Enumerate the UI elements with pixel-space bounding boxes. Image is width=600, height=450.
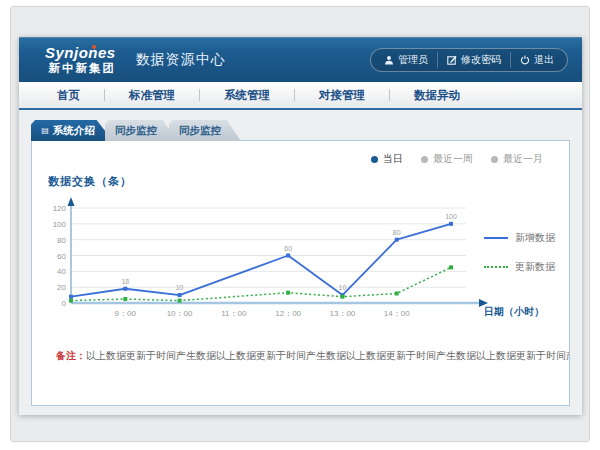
screenshot-canvas: Synjones 新中新集团 数据资源中心 管理员 — [0, 0, 600, 450]
svg-text:0: 0 — [62, 299, 67, 308]
legend-new-data-label: 新增数据 — [515, 231, 555, 245]
footnote-text: 以上数据更新于时间产生数据以上数据更新于时间产生数据以上数据更新于时间产生数据以… — [86, 350, 569, 361]
nav-item-home[interactable]: 首页 — [33, 88, 104, 103]
radio-dot — [421, 156, 428, 163]
footnote-label: 备注： — [56, 350, 86, 361]
svg-text:80: 80 — [393, 229, 401, 236]
svg-text:10: 10 — [176, 284, 184, 291]
nav-item-data-change[interactable]: 数据异动 — [390, 88, 484, 103]
chart-legend: 新增数据 更新数据 — [484, 231, 555, 274]
change-password-label: 修改密码 — [461, 53, 501, 67]
svg-text:14：00: 14：00 — [384, 309, 410, 318]
user-menu-admin[interactable]: 管理员 — [375, 52, 437, 68]
svg-text:20: 20 — [57, 283, 66, 292]
page: Synjones 新中新集团 数据资源中心 管理员 — [19, 37, 582, 415]
content-area: ▤ 系统介绍 同步监控 同步监控 当日 — [19, 110, 582, 406]
logo-accent-dot — [92, 45, 96, 49]
power-icon — [520, 55, 530, 65]
x-axis-title: 日期（小时） — [484, 305, 544, 319]
radio-dot-selected — [371, 156, 378, 163]
change-password-button[interactable]: 修改密码 — [437, 52, 510, 68]
y-axis-title: 数据交换（条） — [48, 174, 569, 189]
solid-line-swatch — [484, 237, 508, 239]
svg-text:60: 60 — [284, 245, 292, 252]
tab-bar: ▤ 系统介绍 同步监控 同步监控 — [31, 120, 570, 141]
radio-dot — [491, 156, 498, 163]
dotted-line-swatch — [484, 266, 508, 268]
tab-sync-monitor-1[interactable]: 同步监控 — [105, 120, 177, 141]
brand-logo: Synjones 新中新集团 — [45, 45, 120, 75]
footnote: 备注：以上数据更新于时间产生数据以上数据更新于时间产生数据以上数据更新于时间产生… — [56, 349, 569, 363]
tab-system-intro-label: 系统介绍 — [53, 124, 95, 138]
svg-text:9：00: 9：00 — [115, 309, 137, 318]
document-icon: ▤ — [41, 127, 49, 135]
range-selector: 当日 最近一周 最近一月 — [32, 141, 569, 166]
user-menu: 管理员 修改密码 退出 — [370, 48, 568, 72]
nav-item-system-mgmt[interactable]: 系统管理 — [200, 88, 294, 103]
radio-today[interactable]: 当日 — [371, 152, 403, 166]
line-chart: 0204060801001209：0010：0011：0012：0013：001… — [46, 193, 494, 333]
user-icon — [384, 55, 394, 65]
svg-text:40: 40 — [57, 267, 66, 276]
tab-sync-monitor-2[interactable]: 同步监控 — [169, 120, 241, 141]
svg-text:10：00: 10：00 — [167, 309, 193, 318]
brand-logo-text: Synjones — [45, 45, 120, 60]
chart-panel: 当日 最近一周 最近一月 数据交换（条） 0204060801 — [31, 140, 570, 406]
svg-text:100: 100 — [53, 220, 67, 229]
radio-last-month-label: 最近一月 — [503, 152, 543, 166]
app-header: Synjones 新中新集团 数据资源中心 管理员 — [19, 37, 582, 82]
svg-text:18: 18 — [121, 278, 129, 285]
legend-item-update-data: 更新数据 — [484, 260, 555, 274]
svg-text:13：00: 13：00 — [330, 309, 356, 318]
app-title: 数据资源中心 — [136, 51, 226, 69]
nav-item-interface-mgmt[interactable]: 对接管理 — [295, 88, 389, 103]
brand-logo-subtext: 新中新集团 — [45, 63, 120, 75]
logout-button[interactable]: 退出 — [510, 52, 563, 68]
app-window: Synjones 新中新集团 数据资源中心 管理员 — [10, 6, 590, 442]
main-nav: 首页 标准管理 系统管理 对接管理 数据异动 — [19, 82, 582, 110]
user-menu-admin-label: 管理员 — [398, 53, 428, 67]
legend-update-data-label: 更新数据 — [515, 260, 555, 274]
tab-sync-monitor-2-label: 同步监控 — [179, 124, 221, 138]
tab-sync-monitor-1-label: 同步监控 — [115, 124, 157, 138]
svg-text:100: 100 — [445, 213, 457, 220]
logout-label: 退出 — [534, 53, 554, 67]
radio-last-month[interactable]: 最近一月 — [491, 152, 543, 166]
radio-today-label: 当日 — [383, 152, 403, 166]
brand-name: Synjones — [45, 44, 116, 61]
svg-text:60: 60 — [57, 252, 66, 261]
radio-last-week-label: 最近一周 — [433, 152, 473, 166]
svg-text:80: 80 — [57, 236, 66, 245]
tab-system-intro[interactable]: ▤ 系统介绍 — [31, 120, 113, 141]
legend-item-new-data: 新增数据 — [484, 231, 555, 245]
svg-text:12：00: 12：00 — [275, 309, 301, 318]
nav-item-standard-mgmt[interactable]: 标准管理 — [105, 88, 199, 103]
svg-text:10: 10 — [339, 284, 347, 291]
radio-last-week[interactable]: 最近一周 — [421, 152, 473, 166]
svg-text:120: 120 — [53, 204, 67, 213]
edit-icon — [447, 55, 457, 65]
svg-text:11：00: 11：00 — [221, 309, 247, 318]
